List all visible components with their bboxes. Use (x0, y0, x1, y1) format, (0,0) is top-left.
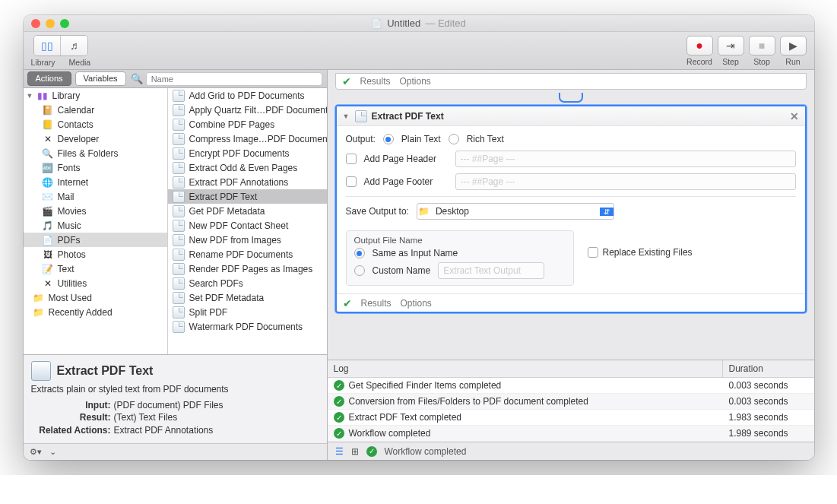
tree-item[interactable]: ✕Developer (24, 132, 167, 146)
log-row: ✓Get Specified Finder Items completed0.0… (328, 378, 814, 394)
tree-root[interactable]: Library (52, 90, 81, 101)
tree-item[interactable]: 🔤Fonts (24, 160, 167, 175)
action-list-item[interactable]: Combine PDF Pages (168, 117, 327, 132)
action-info-panel: Extract PDF Text Extracts plain or style… (24, 354, 327, 443)
tree-item[interactable]: 🖼Photos (24, 247, 167, 262)
save-output-value: Desktop (431, 206, 474, 217)
action-list-item[interactable]: Set PDF Metadata (168, 290, 327, 305)
checkbox-add-header[interactable] (346, 154, 357, 164)
action-list-item[interactable]: Search PDFs (168, 276, 327, 290)
run-button[interactable]: ▶ (780, 36, 807, 55)
tree-item[interactable]: 📁Recently Added (24, 305, 167, 319)
page-header-input[interactable]: --- ##Page --- (455, 151, 796, 167)
library-label: Library (31, 58, 55, 67)
tree-item[interactable]: 📄PDFs (24, 233, 167, 247)
stop-button[interactable]: ■ (749, 36, 775, 55)
log-panel: Log Duration ✓Get Specified Finder Items… (328, 360, 814, 442)
maximize-window-button[interactable] (60, 19, 69, 28)
disclosure-icon[interactable]: ▼ (343, 113, 350, 120)
window-edited-indicator: — Edited (425, 17, 465, 29)
tab-variables[interactable]: Variables (75, 71, 126, 86)
radio-rich-text[interactable] (449, 134, 459, 144)
tree-item[interactable]: ✉️Mail (24, 189, 167, 204)
check-icon: ✔ (342, 75, 351, 87)
log-row: ✓Extract PDF Text completed1.983 seconds (328, 410, 814, 426)
action-list-item[interactable]: New PDF Contact Sheet (168, 218, 327, 233)
action-list-item[interactable]: Apply Quartz Filt…PDF Documents (168, 103, 327, 117)
document-icon: 📄 (371, 18, 382, 29)
record-button[interactable]: ● (686, 36, 713, 55)
tree-item[interactable]: 🌐Internet (24, 175, 167, 189)
checkbox-replace-existing[interactable] (588, 247, 598, 258)
tab-actions[interactable]: Actions (27, 71, 71, 86)
tree-item[interactable]: 📝Text (24, 262, 167, 276)
card-options-link[interactable]: Options (401, 298, 432, 309)
check-icon: ✓ (366, 446, 377, 457)
remove-action-button[interactable]: ✕ (790, 110, 799, 122)
close-window-button[interactable] (31, 19, 40, 28)
log-row: ✓Conversion from Files/Folders to PDF do… (328, 394, 814, 410)
check-icon: ✓ (334, 428, 344, 439)
workflow-statusbar: ☰ ⊞ ✓ Workflow completed (328, 442, 814, 460)
check-icon: ✓ (334, 412, 344, 423)
library-toggle-button[interactable]: ▯▯ (34, 36, 61, 55)
action-list-item[interactable]: Encrypt PDF Documents (168, 146, 327, 160)
action-list-item[interactable]: Extract PDF Annotations (168, 175, 327, 189)
custom-name-label: Custom Name (373, 265, 431, 276)
minimize-window-button[interactable] (46, 19, 55, 28)
category-tree[interactable]: ▼▮▮Library📔Calendar📒Contacts✕Developer🔍F… (24, 88, 168, 354)
stop-label: Stop (753, 57, 770, 66)
rich-text-label: Rich Text (467, 134, 504, 144)
action-list-item[interactable]: Compress Image…PDF Documents (168, 132, 327, 146)
view-log-button[interactable]: ☰ (335, 446, 344, 457)
info-input-value: (PDF document) PDF Files (114, 399, 224, 412)
page-footer-input[interactable]: --- ##Page --- (455, 173, 796, 190)
output-filename-label: Output File Name (354, 236, 566, 245)
custom-name-input[interactable]: Extract Text Output (438, 262, 544, 279)
tree-item[interactable]: 🔍Files & Folders (24, 146, 167, 160)
card-results-link[interactable]: Results (361, 298, 392, 309)
tree-item[interactable]: 🎬Movies (24, 204, 167, 218)
replace-existing-label: Replace Existing Files (603, 247, 693, 258)
info-result-value: (Text) Text Files (114, 411, 178, 424)
log-header-message[interactable]: Log (328, 360, 723, 377)
radio-plain-text[interactable] (383, 134, 394, 144)
info-related-value: Extract PDF Annotations (114, 424, 214, 437)
record-label: Record (686, 57, 712, 66)
action-list-item[interactable]: Render PDF Pages as Images (168, 262, 327, 276)
action-list-item[interactable]: New PDF from Images (168, 233, 327, 247)
tree-item[interactable]: ✕Utilities (24, 276, 167, 290)
results-link[interactable]: Results (360, 76, 391, 87)
action-search-input[interactable] (146, 72, 322, 86)
radio-same-input-name[interactable] (354, 248, 365, 258)
options-link[interactable]: Options (400, 76, 431, 87)
checkbox-add-footer[interactable] (346, 176, 357, 187)
action-list-item[interactable]: Extract PDF Text (168, 189, 327, 204)
save-output-dropdown[interactable]: 📁 Desktop ⇵ (417, 203, 614, 220)
tree-item[interactable]: 📔Calendar (24, 103, 167, 117)
action-list-item[interactable]: Get PDF Metadata (168, 204, 327, 218)
collapse-info-button[interactable]: ⌄ (49, 447, 56, 457)
workflow-action-card[interactable]: ▼ Extract PDF Text ✕ Output: Plain Text … (335, 105, 807, 313)
pdf-icon (355, 110, 367, 122)
step-button[interactable]: ⇥ (718, 36, 744, 55)
tree-item[interactable]: 📒Contacts (24, 117, 167, 132)
action-list-item[interactable]: Rename PDF Documents (168, 247, 327, 262)
log-header-duration[interactable]: Duration (723, 360, 814, 377)
step-icon: ⇥ (726, 40, 735, 52)
action-list-item[interactable]: Add Grid to PDF Documents (168, 88, 327, 103)
chevron-updown-icon: ⇵ (600, 208, 613, 216)
play-icon: ▶ (789, 40, 797, 52)
library-sidebar: Actions Variables 🔍 ▼▮▮Library📔Calendar📒… (24, 70, 328, 460)
tree-item[interactable]: 📁Most Used (24, 290, 167, 305)
radio-custom-name[interactable] (354, 265, 365, 276)
media-toggle-button[interactable]: ♬ (61, 36, 87, 55)
action-list-item[interactable]: Split PDF (168, 305, 327, 319)
gear-dropdown-button[interactable]: ⚙︎▾ (30, 447, 42, 457)
view-variables-button[interactable]: ⊞ (351, 446, 359, 457)
add-footer-label: Add Page Footer (364, 176, 448, 187)
tree-item[interactable]: 🎵Music (24, 218, 167, 233)
action-list-item[interactable]: Watermark PDF Documents (168, 319, 327, 334)
action-list-item[interactable]: Extract Odd & Even Pages (168, 160, 327, 175)
action-list[interactable]: Add Grid to PDF DocumentsApply Quartz Fi… (168, 88, 327, 354)
